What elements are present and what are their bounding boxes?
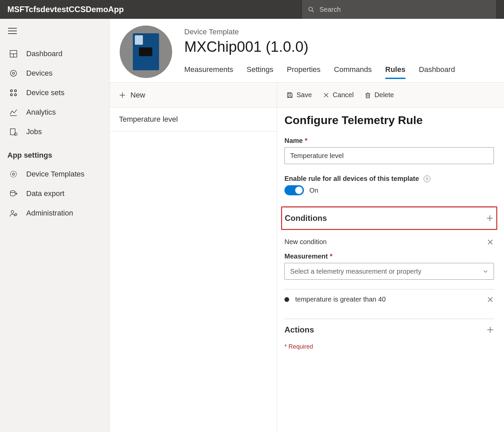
trash-icon <box>364 92 371 99</box>
nav-item-jobs[interactable]: Jobs <box>0 122 109 142</box>
nav-section-title: App settings <box>0 142 109 164</box>
add-action-button[interactable] <box>487 326 494 333</box>
svg-point-9 <box>12 72 14 74</box>
measurement-field-label: Measurement * <box>284 252 494 260</box>
nav-item-dashboard[interactable]: Dashboard <box>0 44 109 64</box>
svg-point-17 <box>10 171 16 177</box>
template-header: Device Template MXChip001 (1.0.0) Measur… <box>110 19 504 83</box>
device-avatar <box>120 26 172 78</box>
conditions-title: Conditions <box>285 213 327 223</box>
cancel-label: Cancel <box>333 91 354 99</box>
jobs-icon <box>9 128 18 136</box>
condition-status-dot <box>284 297 289 302</box>
plus-icon <box>487 326 494 333</box>
new-rule-label: New <box>130 91 145 100</box>
rule-row[interactable]: Temperature level <box>110 108 277 131</box>
search-icon <box>308 6 314 12</box>
toggle-state-label: On <box>309 187 318 194</box>
tab-commands[interactable]: Commands <box>334 65 372 79</box>
plus-icon <box>486 214 494 222</box>
administration-icon <box>9 209 18 217</box>
search-input[interactable] <box>319 5 490 14</box>
tab-rules[interactable]: Rules <box>385 65 405 79</box>
conditions-section-highlighted: Conditions <box>281 206 497 230</box>
nav-item-data-export[interactable]: Data export <box>0 184 109 203</box>
svg-point-13 <box>14 94 16 96</box>
svg-point-0 <box>309 7 312 11</box>
hamburger-button[interactable] <box>0 25 109 44</box>
svg-line-1 <box>312 10 314 12</box>
tab-dashboard[interactable]: Dashboard <box>419 65 455 79</box>
existing-condition-row[interactable]: temperature is greater than 40 <box>284 289 494 309</box>
required-asterisk: * <box>330 252 333 260</box>
svg-point-21 <box>11 210 14 213</box>
cancel-button[interactable]: Cancel <box>323 91 354 99</box>
close-icon <box>487 238 494 246</box>
save-label: Save <box>297 91 312 99</box>
nav-item-analytics[interactable]: Analytics <box>0 103 109 122</box>
svg-rect-26 <box>288 93 291 94</box>
dashboard-icon <box>9 50 18 58</box>
new-rule-button[interactable]: New <box>110 83 277 108</box>
svg-point-12 <box>10 94 12 96</box>
delete-label: Delete <box>375 91 394 99</box>
close-icon <box>323 92 329 99</box>
enable-rule-label: Enable rule for all devices of this temp… <box>284 175 494 183</box>
nav-label: Administration <box>26 209 73 218</box>
nav-item-administration[interactable]: Administration <box>0 203 109 223</box>
save-icon <box>286 92 293 99</box>
save-button[interactable]: Save <box>286 91 312 99</box>
devices-icon <box>9 69 18 77</box>
svg-point-8 <box>10 70 16 76</box>
top-bar: MSFTcfsdevtestCCSDemoApp <box>0 0 504 19</box>
page-title: MXChip001 (1.0.0) <box>184 38 504 55</box>
required-footnote: * Required <box>284 341 494 350</box>
nav-item-devices[interactable]: Devices <box>0 64 109 83</box>
tabs: Measurements Settings Properties Command… <box>184 65 504 79</box>
tab-properties[interactable]: Properties <box>287 65 320 79</box>
nav-label: Dashboard <box>26 49 63 58</box>
nav-label: Analytics <box>26 108 56 117</box>
remove-new-condition-button[interactable] <box>487 238 494 246</box>
tab-settings[interactable]: Settings <box>247 65 274 79</box>
detail-toolbar: Save Cancel Delete <box>277 83 504 108</box>
rules-list: New Temperature level <box>110 83 277 432</box>
nav-item-device-templates[interactable]: Device Templates <box>0 164 109 184</box>
nav-label: Device sets <box>26 88 65 97</box>
svg-point-10 <box>10 90 12 92</box>
nav-item-device-sets[interactable]: Device sets <box>0 83 109 103</box>
search-box[interactable] <box>302 0 497 19</box>
chevron-down-icon <box>483 269 488 274</box>
existing-condition-text: temperature is greater than 40 <box>295 296 480 303</box>
svg-point-11 <box>14 90 16 92</box>
rule-name-input[interactable] <box>284 147 494 164</box>
app-title: MSFTcfsdevtestCCSDemoApp <box>7 5 124 14</box>
actions-title: Actions <box>284 325 314 335</box>
header-overline: Device Template <box>184 28 504 36</box>
nav-label: Jobs <box>26 127 42 136</box>
svg-point-22 <box>15 213 17 215</box>
enable-rule-toggle[interactable] <box>284 185 304 195</box>
info-icon[interactable]: i <box>424 175 430 182</box>
add-condition-button[interactable] <box>486 214 494 222</box>
svg-point-18 <box>12 173 14 175</box>
nav-label: Data export <box>26 189 65 198</box>
detail-title: Configure Telemetry Rule <box>284 114 494 127</box>
delete-button[interactable]: Delete <box>364 91 394 99</box>
nav-label: Devices <box>26 69 52 78</box>
rule-detail: Save Cancel Delete <box>277 83 504 432</box>
required-asterisk: * <box>305 137 307 145</box>
hamburger-icon <box>8 28 17 34</box>
device-chip-image <box>133 33 159 70</box>
remove-existing-condition-button[interactable] <box>487 296 494 303</box>
svg-point-16 <box>14 133 17 135</box>
new-condition-label: New condition <box>284 238 327 246</box>
analytics-icon <box>9 108 18 116</box>
svg-point-19 <box>10 191 15 193</box>
device-templates-icon <box>9 170 18 178</box>
tab-measurements[interactable]: Measurements <box>184 65 233 79</box>
plus-icon <box>119 92 126 99</box>
measurement-select[interactable]: Select a telemetry measurement or proper… <box>284 263 494 280</box>
device-sets-icon <box>9 89 18 97</box>
measurement-placeholder: Select a telemetry measurement or proper… <box>290 268 421 275</box>
